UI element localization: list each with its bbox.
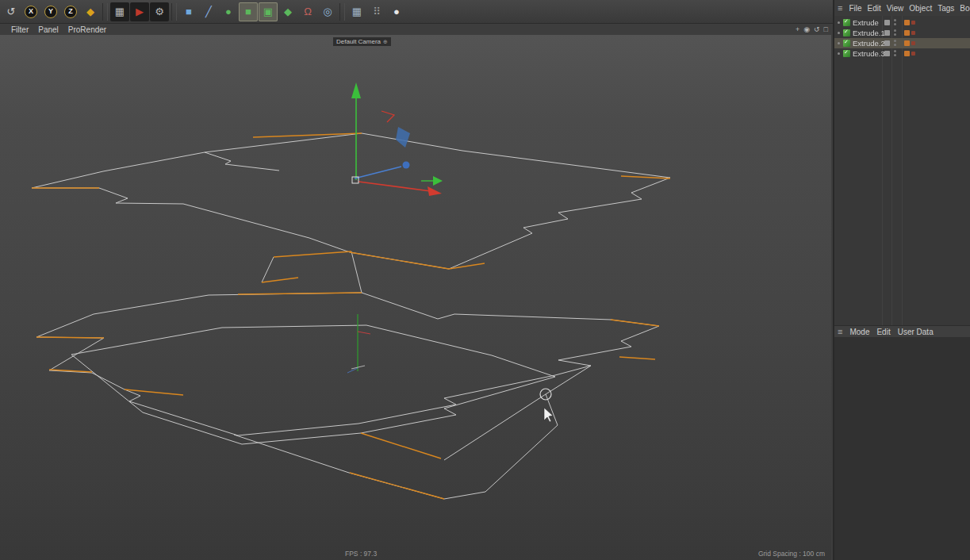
pan-view-icon[interactable]: +	[796, 26, 799, 33]
rotate-view-icon[interactable]: ↺	[814, 26, 820, 33]
render-visibility-dot[interactable]	[894, 44, 896, 46]
viewport-menu-item[interactable]: Panel	[38, 25, 59, 34]
layer-toggle-icon[interactable]	[884, 51, 890, 56]
layer-toggle-icon[interactable]	[884, 40, 890, 46]
primitive-cube-icon[interactable]: ■	[179, 2, 198, 21]
object-row[interactable]: Extrude.3	[834, 48, 970, 59]
axis-z-lock-button[interactable]: Z	[61, 2, 80, 21]
deformer-icon[interactable]: ◆	[278, 2, 297, 21]
editor-visibility-dot[interactable]	[894, 50, 896, 52]
expand-dot[interactable]	[838, 21, 840, 24]
render-settings-icon[interactable]: ⚙	[150, 2, 169, 21]
object-manager-menu-item[interactable]: Bookmarks	[960, 4, 970, 13]
axis-scale-arrow[interactable]	[433, 176, 443, 186]
toolbar-icon-glyph: ⠿	[373, 6, 381, 17]
toolbar-icon-glyph: ●	[225, 6, 232, 17]
separator[interactable]	[102, 3, 108, 21]
object-manager-menu-item[interactable]: Object	[909, 4, 932, 13]
hamburger-icon[interactable]	[838, 327, 842, 336]
plane-handle-red[interactable]	[381, 111, 394, 122]
attribute-manager-menus: Mode Edit User Data	[849, 328, 933, 336]
toolbar-icon-glyph: ▣	[263, 6, 273, 17]
object-row[interactable]: Extrude.1	[834, 28, 970, 38]
attribute-manager-menu-item[interactable]: Mode	[849, 328, 869, 336]
magnet-icon[interactable]: Ω	[298, 2, 317, 21]
editor-visibility-dot[interactable]	[894, 29, 896, 32]
attribute-manager-body	[834, 337, 970, 560]
phong-tag-icon[interactable]	[904, 20, 910, 25]
camera-menu-icon[interactable]	[383, 39, 388, 45]
toolbar-icon-glyph: Z	[64, 6, 77, 18]
axis-gizmo[interactable]	[351, 82, 443, 196]
editor-visibility-dot[interactable]	[894, 19, 896, 21]
layer-toggle-icon[interactable]	[884, 20, 890, 25]
viewport-options-icon[interactable]: ⠿	[367, 2, 386, 21]
toolbar-icon-glyph: Y	[44, 6, 57, 18]
paperclip-icon[interactable]: ◎	[318, 2, 337, 21]
object-row[interactable]: Extrude.2	[834, 38, 970, 48]
toolbar-icon-glyph: ●	[393, 6, 400, 17]
separator[interactable]	[339, 3, 345, 21]
separator[interactable]	[171, 3, 177, 21]
plane-handle-blue[interactable]	[396, 127, 410, 148]
spreadsheet-icon[interactable]: ▦	[347, 2, 366, 21]
render-view-icon[interactable]: ▦	[110, 2, 129, 21]
light-bulb-icon[interactable]: ●	[387, 2, 406, 21]
viewport-3d[interactable]: Default Camera FPS : 97.3 Grid Spacing :…	[0, 35, 831, 560]
axis-x-arrow[interactable]	[427, 186, 442, 196]
viewport-menu-item[interactable]: Filter	[11, 25, 29, 34]
main-toolbar: ↺ X Y Z ◆ ▦	[0, 0, 833, 24]
wireframe-white	[32, 133, 670, 499]
toolbar-icon-glyph: Ω	[304, 6, 312, 17]
hamburger-icon[interactable]	[838, 3, 842, 13]
render-visibility-dot[interactable]	[894, 54, 896, 56]
expand-dot[interactable]	[838, 42, 840, 44]
object-manager-menu-item[interactable]: Tags	[937, 4, 954, 13]
object-manager-menu-item[interactable]: Edit	[868, 4, 881, 13]
object-name[interactable]: Extrude.1	[853, 29, 885, 37]
toolbar-icon-glyph: ▶	[136, 6, 144, 17]
axis-y-lock-button[interactable]: Y	[41, 2, 60, 21]
tag-icon[interactable]	[911, 21, 915, 25]
viewport-nav-icons: + ◉ ↺ □	[796, 24, 828, 35]
toggle-view-icon[interactable]: □	[824, 26, 828, 33]
generator-extrude-icon[interactable]: ■	[239, 2, 258, 21]
generator-sweep-icon[interactable]: ▣	[259, 2, 278, 21]
render-picture-viewer-icon[interactable]: ▶	[130, 2, 149, 21]
tag-icon[interactable]	[911, 41, 915, 45]
attribute-manager-menu-item[interactable]: User Data	[898, 328, 934, 336]
axis-x-lock-button[interactable]: X	[21, 2, 40, 21]
render-visibility-dot[interactable]	[894, 33, 896, 36]
coordinate-system-icon[interactable]: ◆	[81, 2, 100, 21]
phong-tag-icon[interactable]	[904, 40, 910, 46]
attribute-manager-menu-item[interactable]: Edit	[876, 328, 890, 336]
rotate-tool-icon[interactable]: ↺	[2, 2, 21, 21]
phong-tag-icon[interactable]	[904, 30, 910, 36]
fps-label: FPS : 97.3	[345, 550, 377, 558]
object-name[interactable]: Extrude.3	[853, 49, 885, 58]
tag-icon[interactable]	[911, 31, 915, 35]
editor-visibility-dot[interactable]	[894, 40, 896, 42]
expand-dot[interactable]	[838, 52, 840, 55]
object-manager-menu-item[interactable]: View	[887, 4, 904, 13]
object-name[interactable]: Extrude.2	[853, 39, 885, 48]
camera-label[interactable]: Default Camera	[333, 37, 391, 46]
axis-y-arrow[interactable]	[351, 82, 361, 98]
layer-toggle-icon[interactable]	[884, 30, 890, 36]
axis-z-handle[interactable]	[403, 162, 410, 169]
viewport-menu-item[interactable]: ProRender	[68, 25, 106, 34]
extrude-object-icon	[843, 50, 850, 57]
zoom-view-icon[interactable]: ◉	[803, 26, 810, 33]
tag-icon[interactable]	[911, 52, 915, 56]
render-visibility-dot[interactable]	[894, 23, 896, 25]
viewport-menus: Filter Panel ProRender	[11, 24, 106, 35]
expand-dot[interactable]	[838, 32, 840, 34]
spline-pen-icon[interactable]: ╱	[199, 2, 218, 21]
object-row[interactable]: Extrude	[834, 17, 970, 28]
object-name[interactable]: Extrude	[853, 18, 879, 27]
phong-tag-icon[interactable]	[904, 51, 910, 56]
application-window: ↺ X Y Z ◆ ▦	[0, 0, 970, 560]
object-manager-menu-item[interactable]: File	[849, 4, 861, 13]
subdivision-surface-icon[interactable]: ●	[219, 2, 238, 21]
axis-gizmo-small	[347, 314, 370, 373]
